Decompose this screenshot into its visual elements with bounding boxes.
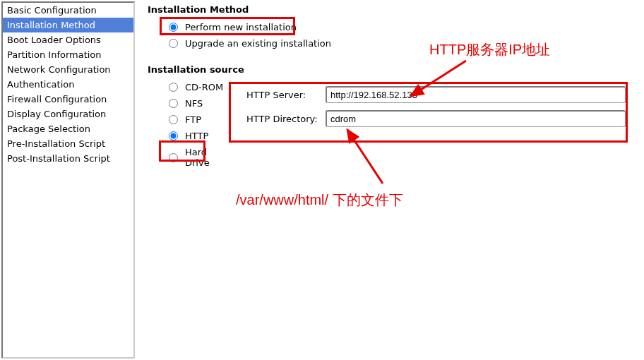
sidebar-item-partition-information[interactable]: Partition Information [3, 47, 133, 62]
radio-perform-new-installation[interactable]: Perform new installation [148, 19, 637, 35]
radio-upgrade-existing-installation[interactable]: Upgrade an existing installation [148, 35, 637, 52]
radio-source-http-input[interactable] [169, 131, 178, 140]
sidebar-item-display-configuration[interactable]: Display Configuration [3, 107, 133, 121]
radio-upgrade-existing-installation-input[interactable] [169, 39, 178, 48]
sidebar-item-pre-installation-script[interactable]: Pre-Installation Script [3, 136, 133, 151]
radio-source-nfs-label: NFS [185, 98, 203, 109]
http-directory-input[interactable] [326, 110, 626, 127]
radio-source-nfs[interactable]: NFS [148, 95, 232, 112]
radio-source-ftp-input[interactable] [169, 115, 178, 124]
sidebar-item-authentication[interactable]: Authentication [3, 77, 133, 92]
radio-source-http[interactable]: HTTP [148, 128, 232, 144]
sidebar-item-boot-loader-options[interactable]: Boot Loader Options [3, 32, 133, 47]
radio-source-nfs-input[interactable] [169, 99, 178, 108]
main-panel: Installation Method Perform new installa… [136, 0, 644, 360]
radio-source-ftp[interactable]: FTP [148, 112, 232, 128]
sidebar-item-post-installation-script[interactable]: Post-Installation Script [3, 151, 133, 166]
sidebar-item-installation-method[interactable]: Installation Method [3, 18, 133, 32]
sidebar-item-network-configuration[interactable]: Network Configuration [3, 62, 133, 77]
installation-source-heading: Installation source [148, 64, 637, 75]
radio-source-hard-drive-input[interactable] [169, 153, 178, 162]
http-directory-label: HTTP Directory: [246, 114, 326, 124]
sidebar-item-basic-configuration[interactable]: Basic Configuration [3, 3, 133, 18]
radio-perform-new-installation-input[interactable] [169, 23, 178, 32]
radio-source-hard-drive[interactable]: Hard Drive [148, 144, 232, 171]
radio-source-cdrom[interactable]: CD-ROM [148, 79, 232, 95]
http-server-label: HTTP Server: [246, 90, 326, 100]
sidebar-item-package-selection[interactable]: Package Selection [3, 121, 133, 136]
http-server-input[interactable] [326, 86, 626, 103]
sidebar-item-firewall-configuration[interactable]: Firewall Configuration [3, 92, 133, 107]
radio-upgrade-existing-installation-label: Upgrade an existing installation [185, 38, 331, 49]
radio-source-hard-drive-label: Hard Drive [185, 147, 232, 168]
http-form-panel: HTTP Server: HTTP Directory: [238, 79, 634, 144]
sidebar: Basic Configuration Installation Method … [1, 1, 135, 359]
radio-source-ftp-label: FTP [185, 114, 201, 125]
radio-source-http-label: HTTP [185, 131, 208, 141]
radio-perform-new-installation-label: Perform new installation [185, 22, 297, 32]
radio-source-cdrom-input[interactable] [169, 83, 178, 92]
radio-source-cdrom-label: CD-ROM [185, 82, 223, 92]
installation-method-heading: Installation Method [148, 4, 637, 15]
